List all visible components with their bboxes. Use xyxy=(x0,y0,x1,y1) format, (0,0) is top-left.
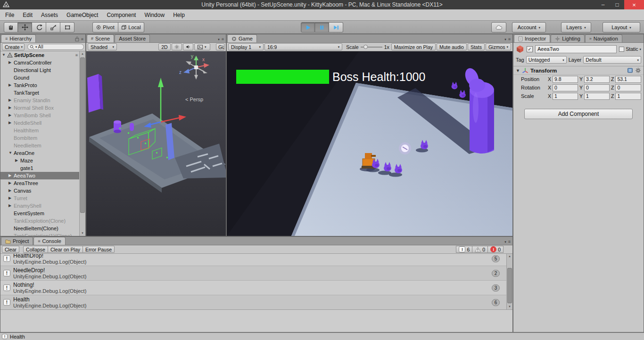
rotation-y-field[interactable] xyxy=(584,84,610,91)
hierarchy-item[interactable]: ▶ YarnBomb Shell xyxy=(0,112,79,119)
tab-project[interactable]: Project xyxy=(1,237,33,245)
panel-dropdown-icon[interactable]: ▾ xyxy=(504,240,506,243)
fold-arrow-icon[interactable]: ▶ xyxy=(8,97,14,104)
cloud-button[interactable] xyxy=(491,22,506,32)
clear-button[interactable]: Clear xyxy=(2,246,19,253)
hierarchy-item[interactable]: ▶ Canvas xyxy=(0,187,79,194)
fold-arrow-icon[interactable]: ▶ xyxy=(8,194,14,202)
info-filter-button[interactable]: ! 6 xyxy=(456,246,472,253)
hierarchy-item[interactable]: NeedlieItem(Clone) xyxy=(0,225,79,232)
scroll-up-icon[interactable]: ▲ xyxy=(80,51,85,57)
hierarchy-root-item[interactable]: ▼ SetUpScene ≡ xyxy=(0,51,79,59)
fold-arrow-icon[interactable]: ▶ xyxy=(15,157,20,164)
menu-window[interactable]: Window xyxy=(140,9,169,21)
fold-arrow-icon[interactable]: ▶ xyxy=(8,112,14,119)
error-pause-button[interactable]: Error Pause xyxy=(83,246,115,253)
rect-tool-button[interactable] xyxy=(60,22,74,32)
position-z-field[interactable] xyxy=(615,76,641,83)
rotation-z-field[interactable] xyxy=(615,84,641,91)
lighting-toggle-button[interactable] xyxy=(172,43,182,50)
menu-help[interactable]: Help xyxy=(169,9,189,21)
panel-dropdown-icon[interactable]: ▾ xyxy=(504,38,506,41)
fold-arrow-icon[interactable]: ▼ xyxy=(8,149,14,157)
tab-hierarchy[interactable]: ≡ Hierarchy xyxy=(1,34,36,42)
hierarchy-item[interactable]: gate1 xyxy=(0,164,79,172)
effects-dropdown[interactable]: ▾ xyxy=(194,43,210,50)
pause-button[interactable] xyxy=(315,22,329,32)
warning-filter-button[interactable]: 0 xyxy=(472,246,488,253)
close-button[interactable]: × xyxy=(624,0,644,9)
active-checkbox[interactable]: ✓ xyxy=(527,46,533,52)
scene-gizmos-dropdown[interactable]: Gizmos xyxy=(216,43,224,50)
position-y-field[interactable] xyxy=(584,76,610,83)
panel-dropdown-icon[interactable]: ▾ xyxy=(218,38,220,41)
move-tool-button[interactable] xyxy=(18,22,32,32)
restore-button[interactable]: □ xyxy=(610,0,624,9)
menu-gameobject[interactable]: GameObject xyxy=(62,9,102,21)
fold-arrow-icon[interactable]: ▼ xyxy=(2,51,7,59)
menu-assets[interactable]: Assets xyxy=(37,9,62,21)
gear-icon[interactable] xyxy=(635,67,641,73)
game-viewport[interactable]: Boss Health:1000 xyxy=(227,51,512,236)
hierarchy-item[interactable]: HealthItem xyxy=(0,127,79,134)
hand-tool-button[interactable] xyxy=(4,22,18,32)
scene-viewport[interactable]: y x z < Persp xyxy=(86,51,226,236)
hierarchy-search-input[interactable]: ▾ All xyxy=(27,44,84,50)
collapse-button[interactable]: Collapse xyxy=(23,246,48,253)
audio-toggle-button[interactable] xyxy=(183,43,193,50)
panel-menu-icon[interactable]: ≡ xyxy=(508,239,511,244)
panel-menu-icon[interactable]: ≡ xyxy=(81,37,83,41)
tab-scene[interactable]: # Scene xyxy=(87,34,114,42)
add-component-button[interactable]: Add Component xyxy=(524,109,633,119)
scroll-down-icon[interactable]: ▼ xyxy=(507,304,512,309)
scale-slider[interactable] xyxy=(361,47,382,48)
clear-on-play-button[interactable]: Clear on Play xyxy=(48,246,83,253)
hierarchy-item[interactable]: ▶ Normal Shell Box xyxy=(0,104,79,112)
title-bar[interactable]: Unity Personal (64bit) - SetUpScene.unit… xyxy=(0,0,644,9)
step-button[interactable] xyxy=(329,22,343,32)
hierarchy-item[interactable]: TankExsplotion(Clone) xyxy=(0,217,79,225)
slider-knob[interactable] xyxy=(363,45,368,49)
tab-console[interactable]: ≡ Console xyxy=(33,237,66,245)
scene-header-menu-icon[interactable]: ≡ xyxy=(75,51,79,59)
hierarchy-item[interactable]: ▶ AreaThree xyxy=(0,179,79,187)
menu-component[interactable]: Component xyxy=(102,9,140,21)
shading-mode-dropdown[interactable]: Shaded ▾ xyxy=(88,43,117,50)
hierarchy-scrollbar[interactable]: ▲ ▼ xyxy=(79,51,85,236)
stats-button[interactable]: Stats xyxy=(468,43,485,50)
hierarchy-item[interactable]: EventSystem xyxy=(0,210,79,217)
rotate-tool-button[interactable] xyxy=(32,22,46,32)
account-dropdown[interactable]: Account ▾ xyxy=(512,22,546,32)
scale-z-field[interactable] xyxy=(615,93,641,100)
scale-y-field[interactable] xyxy=(584,93,610,100)
fold-arrow-icon[interactable]: ▶ xyxy=(8,104,14,112)
pivot-toggle-button[interactable]: Pivot xyxy=(92,22,118,32)
hierarchy-item[interactable]: BombItem xyxy=(0,134,79,142)
layout-dropdown[interactable]: Layout ▾ xyxy=(603,22,640,32)
hierarchy-item[interactable]: Directional Light xyxy=(0,66,79,74)
layers-dropdown[interactable]: Layers ▾ xyxy=(561,22,591,32)
fold-arrow-icon[interactable]: ▶ xyxy=(8,59,14,66)
object-name-field[interactable] xyxy=(535,45,617,53)
help-book-icon[interactable] xyxy=(627,67,633,73)
error-filter-button[interactable]: ! 0 xyxy=(487,246,504,253)
perspective-label[interactable]: < Persp xyxy=(185,97,203,102)
menu-file[interactable]: File xyxy=(1,9,18,21)
menu-edit[interactable]: Edit xyxy=(18,9,37,21)
hierarchy-item[interactable]: ▶ Maze xyxy=(0,157,79,164)
status-bar[interactable]: ! Health xyxy=(0,332,644,340)
rotation-x-field[interactable] xyxy=(553,84,578,91)
transform-component-header[interactable]: ▼ Transform xyxy=(513,66,644,75)
tab-navigation[interactable]: » Navigation xyxy=(585,34,622,42)
tab-lighting[interactable]: Lighting xyxy=(551,34,585,42)
scrollbar-thumb[interactable] xyxy=(80,57,85,213)
fold-arrow-icon[interactable]: ▼ xyxy=(516,68,520,73)
hierarchy-item[interactable]: ▶ TankProto xyxy=(0,81,79,89)
hierarchy-item[interactable]: ▶ CamraController xyxy=(0,59,79,66)
panel-menu-icon[interactable]: ≡ xyxy=(222,37,224,41)
fold-arrow-icon[interactable]: ▶ xyxy=(8,81,14,89)
hierarchy-item[interactable]: ▶ EnamyShell xyxy=(0,202,79,210)
tab-game[interactable]: Game xyxy=(227,34,257,42)
game-gizmos-dropdown[interactable]: Gizmos ▾ xyxy=(486,43,511,50)
layer-dropdown[interactable]: Default ▾ xyxy=(583,56,641,64)
